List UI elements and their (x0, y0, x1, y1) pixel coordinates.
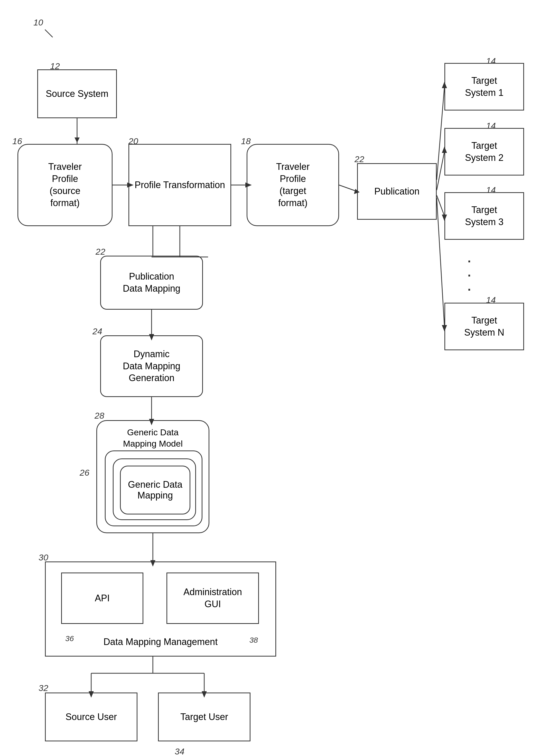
generic-data-mapping-model-outer: Generic DataMapping Model Generic DataMa… (96, 420, 209, 533)
administration-gui-label: AdministrationGUI (184, 586, 242, 610)
ref-38: 38 (250, 635, 258, 645)
profile-transformation-node: Profile Transformation (129, 144, 231, 226)
svg-line-0 (45, 30, 53, 37)
target-system-2-label: TargetSystem 2 (465, 140, 503, 164)
target-system-2-node: TargetSystem 2 (444, 128, 524, 176)
ref-18: 18 (241, 136, 251, 146)
source-system-label: Source System (46, 88, 108, 100)
administration-gui-node: AdministrationGUI (167, 573, 259, 624)
ref-16: 16 (12, 136, 22, 146)
target-system-1-label: TargetSystem 1 (465, 75, 503, 99)
dots: ··· (467, 254, 472, 297)
dynamic-data-mapping-label: DynamicData MappingGeneration (123, 348, 180, 384)
api-node: API (61, 573, 143, 624)
ref-30: 30 (39, 552, 48, 563)
target-system-n-label: TargetSystem N (464, 315, 504, 339)
target-user-label: Target User (180, 711, 228, 723)
target-system-1-node: TargetSystem 1 (444, 63, 524, 110)
ref-10: 10 (33, 17, 43, 27)
source-system-node: Source System (37, 69, 117, 118)
publication-data-mapping-label: PublicationData Mapping (123, 271, 180, 295)
ref-22-pdm: 22 (96, 247, 105, 257)
source-user-label: Source User (66, 711, 117, 723)
generic-data-mapping-inner1: Generic DataMapping (105, 450, 203, 526)
generic-data-mapping-model-label: Generic DataMapping Model (112, 427, 194, 449)
profile-transformation-label: Profile Transformation (135, 179, 225, 191)
svg-marker-2 (75, 137, 80, 143)
ref-24: 24 (93, 326, 102, 336)
target-system-3-node: TargetSystem 3 (444, 192, 524, 240)
ref-22-pub: 22 (354, 154, 364, 164)
svg-line-7 (339, 185, 357, 191)
ref-28: 28 (95, 411, 104, 421)
target-user-node: Target User (158, 693, 251, 741)
ref-32: 32 (39, 683, 48, 693)
traveler-profile-source-node: TravelerProfile(sourceformat) (17, 144, 113, 226)
generic-data-mapping-innermost: Generic DataMapping (120, 466, 190, 514)
generic-data-mapping-label: Generic DataMapping (128, 479, 183, 501)
svg-line-15 (437, 198, 444, 326)
traveler-profile-source-label: TravelerProfile(sourceformat) (48, 161, 82, 209)
data-mapping-management-node: 36 API AdministrationGUI 38 Data Mapping… (45, 561, 276, 657)
ref-36: 36 (65, 633, 74, 643)
dynamic-data-mapping-node: DynamicData MappingGeneration (100, 335, 203, 397)
publication-data-mapping-node: PublicationData Mapping (100, 256, 203, 310)
diagram: 10 12 Source System 16 TravelerProfile(s… (0, 0, 550, 756)
traveler-profile-target-label: TravelerProfile(targetformat) (276, 161, 310, 209)
source-user-node: Source User (45, 693, 138, 741)
svg-line-11 (437, 152, 444, 190)
publication-node: Publication (357, 163, 437, 220)
publication-label: Publication (374, 186, 419, 198)
ref-34: 34 (175, 746, 185, 756)
target-system-n-node: TargetSystem N (444, 303, 524, 350)
target-system-3-label: TargetSystem 3 (465, 204, 503, 228)
data-mapping-management-label: Data Mapping Management (104, 636, 218, 648)
svg-line-13 (437, 195, 444, 216)
api-label: API (95, 592, 110, 604)
ref-26: 26 (80, 468, 89, 478)
traveler-profile-target-node: TravelerProfile(targetformat) (247, 144, 339, 226)
svg-line-9 (437, 87, 444, 180)
generic-data-mapping-inner2: Generic DataMapping (113, 458, 196, 520)
